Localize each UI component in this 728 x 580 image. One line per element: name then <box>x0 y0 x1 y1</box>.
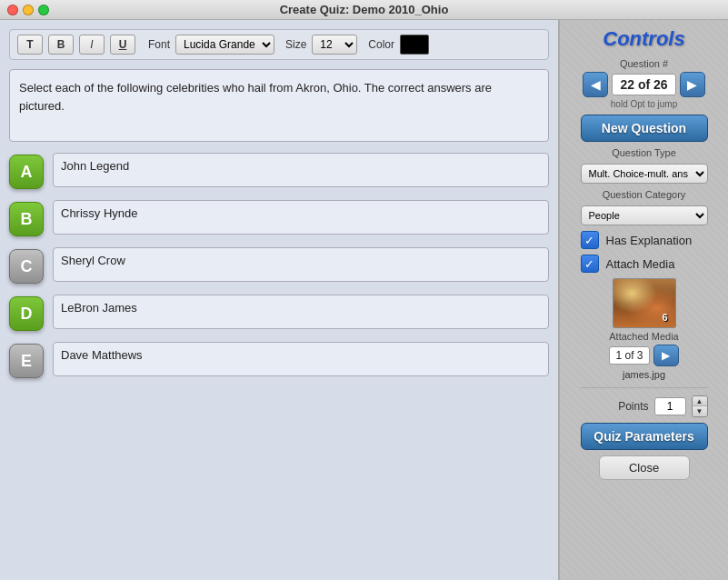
zoom-button[interactable] <box>38 5 49 15</box>
italic-button[interactable]: I <box>79 35 105 55</box>
controls-title: Controls <box>603 27 684 51</box>
has-explanation-row: ✓ Has Explanation <box>581 231 708 249</box>
answer-option: CSheryl Crow <box>9 247 549 284</box>
points-decrement-button[interactable]: ▼ <box>693 406 707 416</box>
answer-option: BChrissy Hynde <box>9 200 549 236</box>
size-select[interactable]: 12 <box>312 35 357 55</box>
has-explanation-label: Has Explanation <box>606 234 693 247</box>
next-media-button[interactable]: ▶ <box>653 345 679 366</box>
toolbar: T B I U Font Lucida Grande Size 12 Color <box>9 29 549 60</box>
media-section: 6 Attached Media 1 of 3 ▶ james.jpg <box>581 278 708 380</box>
answer-text-box[interactable]: Chrissy Hynde <box>53 200 549 235</box>
answer-option: DLeBron James <box>9 295 549 331</box>
traffic-lights <box>7 5 49 15</box>
media-filename: james.jpg <box>623 369 665 380</box>
attach-media-row: ✓ Attach Media <box>581 255 708 273</box>
left-panel: T B I U Font Lucida Grande Size 12 Color… <box>0 20 560 580</box>
minimize-button[interactable] <box>23 5 34 15</box>
attach-media-checkbox[interactable]: ✓ <box>581 255 599 273</box>
close-button[interactable] <box>7 5 18 15</box>
answer-text-box[interactable]: Dave Matthews <box>53 342 549 376</box>
question-text: Select each of the following celebrities… <box>19 81 492 113</box>
size-label: Size <box>285 38 306 51</box>
answer-letter-b: B <box>9 202 44 236</box>
answer-letter-c: C <box>9 249 44 284</box>
question-num-label: Question # <box>620 58 668 69</box>
hold-opt-hint: hold Opt to jump <box>611 99 677 109</box>
media-nav-row: 1 of 3 ▶ <box>609 345 678 366</box>
answer-letter-d: D <box>9 296 44 331</box>
next-question-button[interactable]: ▶ <box>680 72 705 97</box>
media-number-display: 1 of 3 <box>609 346 649 365</box>
media-thumbnail: 6 <box>613 278 676 328</box>
answer-letter-a: A <box>9 155 44 189</box>
points-row: Points ▲ ▼ <box>581 395 708 417</box>
question-nav: Question # ◀ 22 of 26 ▶ hold Opt to jump <box>567 58 721 109</box>
quiz-parameters-button[interactable]: Quiz Parameters <box>581 423 708 450</box>
window-title: Create Quiz: Demo 2010_Ohio <box>280 3 449 16</box>
question-number-display: 22 of 26 <box>612 74 675 95</box>
main-layout: T B I U Font Lucida Grande Size 12 Color… <box>0 20 728 580</box>
answer-option: EDave Matthews <box>9 342 549 378</box>
jersey-number: 6 <box>662 312 667 323</box>
nav-row: ◀ 22 of 26 ▶ <box>583 72 704 97</box>
has-explanation-checkbox[interactable]: ✓ <box>581 231 599 249</box>
answers-container: AJohn LegendBChrissy HyndeCSheryl CrowDL… <box>9 153 549 378</box>
attached-media-label: Attached Media <box>609 331 678 342</box>
answer-text-box[interactable]: LeBron James <box>53 295 549 329</box>
new-question-button[interactable]: New Question <box>581 115 708 142</box>
divider <box>581 387 708 388</box>
attach-media-label: Attach Media <box>606 257 675 271</box>
font-select[interactable]: Lucida Grande <box>175 35 274 55</box>
bold-button[interactable]: B <box>48 35 74 55</box>
question-category-select[interactable]: People <box>581 205 708 225</box>
answer-letter-e: E <box>9 344 44 378</box>
color-swatch[interactable] <box>400 35 429 55</box>
points-input[interactable] <box>654 397 686 415</box>
prev-question-button[interactable]: ◀ <box>583 72 608 97</box>
points-label: Points <box>618 400 648 413</box>
points-stepper: ▲ ▼ <box>692 395 708 417</box>
answer-option: AJohn Legend <box>9 153 549 189</box>
question-type-label: Question Type <box>612 147 676 158</box>
color-label: Color <box>368 38 394 51</box>
question-category-label: Question Category <box>603 189 686 200</box>
underline-button[interactable]: U <box>110 35 135 55</box>
text-button[interactable]: T <box>17 35 43 55</box>
close-button[interactable]: Close <box>599 455 690 480</box>
points-increment-button[interactable]: ▲ <box>693 396 707 406</box>
title-bar: Create Quiz: Demo 2010_Ohio <box>0 0 728 20</box>
question-text-area[interactable]: Select each of the following celebrities… <box>9 69 549 142</box>
question-type-select[interactable]: Mult. Choice-mult. ans. <box>581 164 708 184</box>
answer-text-box[interactable]: John Legend <box>53 153 549 187</box>
controls-panel: Controls Question # ◀ 22 of 26 ▶ hold Op… <box>560 20 728 580</box>
font-label: Font <box>148 38 170 51</box>
answer-text-box[interactable]: Sheryl Crow <box>53 247 549 282</box>
